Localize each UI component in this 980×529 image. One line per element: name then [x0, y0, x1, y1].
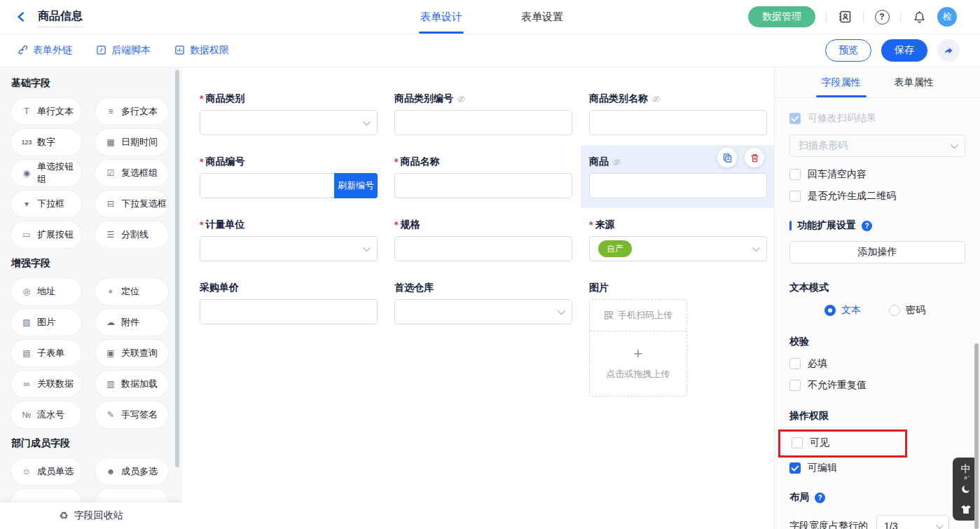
field-type-member-multi[interactable]: ☻成员多选	[95, 458, 168, 485]
backend-script-link[interactable]: 后端脚本	[96, 34, 151, 67]
data-permission-link[interactable]: 数据权限	[174, 34, 229, 67]
canvas-field-11[interactable]: 首选仓库	[386, 271, 581, 406]
help-icon[interactable]: ?	[862, 221, 872, 231]
hidden-eye-icon	[651, 95, 661, 104]
field-type-label: 下拉框	[37, 198, 64, 210]
field-input[interactable]	[589, 173, 767, 198]
field-type-subform[interactable]: ▤子表单	[11, 340, 81, 366]
canvas-field-6[interactable]: 商品	[581, 145, 775, 208]
field-type-radio-group[interactable]: ◉单选按钮组	[11, 160, 81, 186]
field-type-single-line-text[interactable]: T单行文本	[11, 98, 81, 125]
field-type-number[interactable]: 123数字	[11, 129, 81, 156]
field-label: *计量单位	[200, 218, 378, 232]
canvas-field-8[interactable]: *规格	[386, 208, 581, 271]
field-select[interactable]	[394, 299, 572, 324]
avatar[interactable]: 检	[937, 7, 957, 27]
field-type-divider[interactable]: ☰分割线	[95, 221, 168, 248]
canvas-field-2[interactable]: 商品类别编号	[386, 82, 581, 145]
main-scrollbar[interactable]	[974, 343, 979, 529]
field-type-extend-button[interactable]: ▭扩展按钮	[11, 221, 81, 248]
canvas-field-10[interactable]: 采购单价	[191, 271, 386, 406]
field-type-serial-number[interactable]: №流水号	[11, 401, 81, 428]
help-icon[interactable]: ?	[874, 9, 890, 25]
tab-form-properties[interactable]: 表单属性	[895, 67, 934, 97]
tab-field-properties[interactable]: 字段属性	[822, 67, 861, 97]
bell-icon[interactable]	[911, 9, 927, 25]
tab-form-design[interactable]: 表单设计	[420, 0, 462, 34]
form-external-link[interactable]: 表单外链	[18, 34, 72, 67]
image-upload-area[interactable]: 手机扫码上传+点击或拖拽上传	[589, 299, 687, 397]
dropdown-icon: ▾	[21, 199, 32, 209]
field-type-label: 地址	[37, 285, 55, 298]
select-scan-mode[interactable]: 扫描条形码	[789, 135, 965, 157]
field-input[interactable]	[394, 236, 572, 261]
recycle-bin-button[interactable]: ♻ 字段回收站	[0, 502, 182, 529]
delete-field-button[interactable]	[745, 148, 764, 167]
field-type-image[interactable]: ▨图片	[11, 309, 81, 336]
field-type-related-query[interactable]: ▣关联查询	[95, 340, 168, 366]
drag-upload-zone[interactable]: +点击或拖拽上传	[590, 331, 686, 396]
field-type-multi-line-text[interactable]: ≡多行文本	[95, 98, 168, 125]
checkbox-modify-scan-result[interactable]	[789, 113, 801, 124]
field-input[interactable]	[394, 110, 572, 135]
radio-text-mode[interactable]: 文本	[824, 304, 861, 317]
share-button[interactable]	[937, 39, 960, 62]
field-type-signature[interactable]: ✎手写签名	[95, 401, 168, 428]
field-type-label: 单选按钮组	[37, 160, 81, 186]
field-type-label: 附件	[121, 316, 139, 329]
language-toggle[interactable]: 中ｏ′	[961, 464, 971, 474]
field-type-label: 多行文本	[121, 105, 158, 118]
field-select[interactable]	[200, 110, 378, 135]
chevron-down-icon	[363, 118, 371, 125]
field-select[interactable]: 自产	[589, 236, 767, 261]
field-type-datetime[interactable]: ▦日期时间	[95, 129, 168, 156]
tab-form-settings[interactable]: 表单设置	[521, 0, 563, 34]
back-icon[interactable]	[14, 9, 29, 25]
radio-password-mode[interactable]: 密码	[889, 304, 925, 317]
canvas-field-5[interactable]: *商品名称	[386, 145, 581, 208]
field-select[interactable]	[200, 236, 378, 261]
checkbox-no-duplicate[interactable]	[789, 380, 801, 391]
field-type-checkbox-group[interactable]: ☑复选框组	[95, 160, 168, 186]
radio-icon	[889, 305, 900, 316]
moon-icon[interactable]	[960, 484, 971, 495]
field-type-dropdown-multi[interactable]: ⊟下拉复选框	[95, 191, 168, 217]
data-manage-button[interactable]: 数据管理	[748, 6, 815, 27]
field-input[interactable]	[394, 173, 572, 198]
field-type-location[interactable]: ⌖定位	[95, 278, 168, 305]
field-type-dropdown[interactable]: ▾下拉框	[11, 191, 81, 217]
checkbox-required[interactable]	[789, 358, 801, 369]
field-type-related-data[interactable]: ∞关联数据	[11, 371, 81, 397]
preview-button[interactable]: 预览	[825, 39, 871, 62]
canvas-field-7[interactable]: *计量单位	[191, 208, 386, 271]
field-type-address[interactable]: ◎地址	[11, 278, 81, 305]
save-button[interactable]: 保存	[881, 39, 927, 62]
checkbox-enter-clear[interactable]	[789, 169, 801, 180]
canvas-field-9[interactable]: *来源自产	[581, 208, 775, 271]
field-input[interactable]	[200, 173, 334, 198]
canvas-field-1[interactable]: *商品类别	[191, 82, 386, 145]
checkbox-visible[interactable]	[792, 437, 803, 448]
sidebar-scrollbar[interactable]	[175, 70, 179, 467]
scan-upload-zone[interactable]: 手机扫码上传	[590, 300, 686, 331]
field-width-label: 字段宽度占整行的	[789, 520, 868, 529]
checkbox-editable[interactable]	[789, 462, 801, 474]
refresh-number-button[interactable]: 刷新编号	[334, 173, 378, 198]
copy-field-button[interactable]	[717, 148, 737, 167]
field-width-select[interactable]: 1/3	[876, 515, 949, 529]
add-action-button[interactable]: 添加操作	[789, 241, 965, 263]
field-type-data-load[interactable]: ▥数据加载	[95, 371, 168, 397]
field-input[interactable]	[200, 299, 378, 324]
share-icon	[943, 45, 954, 56]
page-title[interactable]: 商品信息	[38, 9, 83, 27]
field-type-member-single[interactable]: ☺成员单选	[11, 458, 81, 485]
field-type-attachment[interactable]: ☁附件	[95, 309, 168, 336]
checkbox-allow-qrcode[interactable]	[789, 191, 801, 202]
help-icon[interactable]: ?	[815, 493, 825, 503]
shirt-icon[interactable]	[960, 504, 972, 514]
canvas-field-3[interactable]: 商品类别名称	[581, 82, 775, 145]
contacts-icon[interactable]	[837, 9, 853, 25]
field-input[interactable]	[589, 110, 767, 135]
canvas-field-12[interactable]: 图片手机扫码上传+点击或拖拽上传	[581, 271, 775, 406]
canvas-field-4[interactable]: *商品编号刷新编号	[191, 145, 386, 208]
